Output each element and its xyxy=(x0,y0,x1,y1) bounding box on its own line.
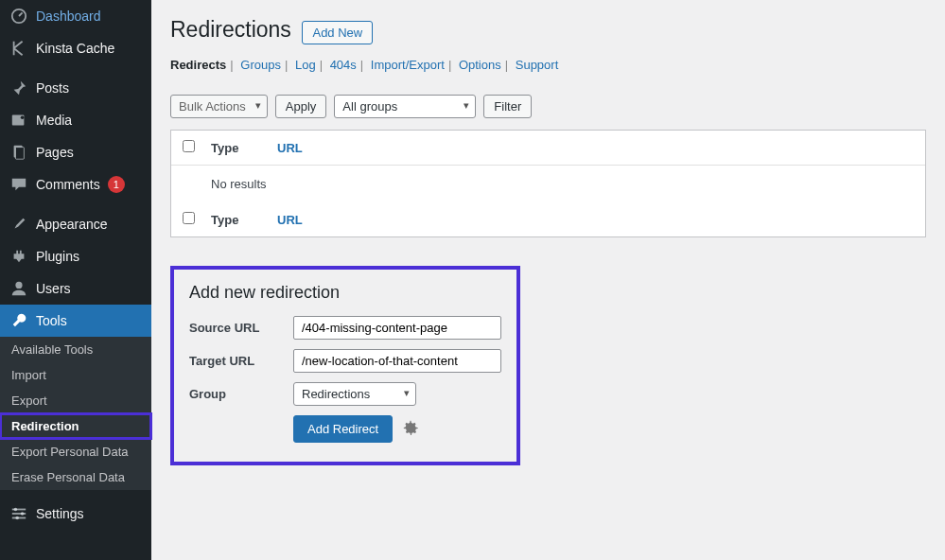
group-select[interactable]: Redirections xyxy=(293,382,416,406)
comment-icon xyxy=(9,176,28,193)
group-label: Group xyxy=(189,387,293,401)
main-content: Redirections Add New Redirects| Groups| … xyxy=(151,0,945,560)
settings-icon xyxy=(9,505,28,522)
table-header: Type URL xyxy=(171,131,925,166)
col-type-f: Type xyxy=(211,213,277,227)
subnav-groups[interactable]: Groups xyxy=(240,58,281,72)
media-icon xyxy=(9,112,28,129)
sidebar-item-media[interactable]: Media xyxy=(0,104,151,136)
sidebar-item-users[interactable]: Users xyxy=(0,272,151,305)
pin-icon xyxy=(9,79,28,96)
svg-point-5 xyxy=(15,282,22,289)
sidebar-item-label: Kinsta Cache xyxy=(36,41,114,56)
sidebar-item-dashboard[interactable]: Dashboard xyxy=(0,0,151,32)
sidebar-item-label: Plugins xyxy=(36,249,79,264)
gear-icon[interactable] xyxy=(402,419,419,439)
sub-redirection[interactable]: Redirection xyxy=(0,413,151,439)
sidebar-item-label: Tools xyxy=(36,313,67,328)
select-all-checkbox-foot[interactable] xyxy=(183,212,195,224)
target-url-label: Target URL xyxy=(189,354,293,368)
user-icon xyxy=(9,280,28,297)
svg-point-11 xyxy=(15,516,19,520)
filter-button[interactable]: Filter xyxy=(483,95,532,118)
sub-available-tools[interactable]: Available Tools xyxy=(0,337,151,362)
sub-export[interactable]: Export xyxy=(0,388,151,413)
target-url-input[interactable] xyxy=(293,349,501,373)
sub-nav: Redirects| Groups| Log| 404s| Import/Exp… xyxy=(170,58,926,72)
comments-badge: 1 xyxy=(108,176,125,193)
sidebar-item-label: Dashboard xyxy=(36,9,101,24)
add-redirect-form: Add new redirection Source URL Target UR… xyxy=(170,266,520,465)
sidebar-item-label: Users xyxy=(36,281,71,296)
sidebar-item-plugins[interactable]: Plugins xyxy=(0,240,151,272)
no-results-row: No results xyxy=(171,166,925,202)
table-toolbar: Bulk Actions Apply All groups Filter xyxy=(170,95,926,118)
sidebar-item-label: Appearance xyxy=(36,217,108,232)
subnav-support[interactable]: Support xyxy=(516,58,559,72)
sidebar-item-posts[interactable]: Posts xyxy=(0,72,151,104)
sub-export-personal[interactable]: Export Personal Data xyxy=(0,439,151,464)
pages-icon xyxy=(9,144,28,161)
col-url-f[interactable]: URL xyxy=(277,213,303,227)
col-url[interactable]: URL xyxy=(277,141,303,155)
groups-filter-select[interactable]: All groups xyxy=(334,95,476,118)
svg-point-10 xyxy=(21,512,25,516)
sidebar-item-comments[interactable]: Comments 1 xyxy=(0,168,151,201)
select-all-checkbox[interactable] xyxy=(183,140,195,152)
sidebar-item-label: Pages xyxy=(36,145,74,160)
svg-rect-4 xyxy=(15,148,24,160)
brush-icon xyxy=(9,216,28,233)
col-type: Type xyxy=(211,141,277,155)
sidebar-item-appearance[interactable]: Appearance xyxy=(0,208,151,240)
svg-point-9 xyxy=(14,508,18,512)
sidebar-item-label: Posts xyxy=(36,80,69,96)
redirects-table: Type URL No results Type URL xyxy=(170,130,926,237)
kinsta-icon xyxy=(9,40,28,57)
sidebar-item-label: Media xyxy=(36,113,72,128)
subnav-log[interactable]: Log xyxy=(295,58,316,72)
add-redirect-button[interactable]: Add Redirect xyxy=(293,415,393,443)
sidebar-item-label: Settings xyxy=(36,506,84,521)
wrench-icon xyxy=(9,312,28,329)
sidebar-item-settings[interactable]: Settings xyxy=(0,498,151,530)
tools-submenu: Available Tools Import Export Redirectio… xyxy=(0,337,151,490)
dashboard-icon xyxy=(9,8,28,25)
sidebar-item-pages[interactable]: Pages xyxy=(0,136,151,168)
sidebar-item-tools[interactable]: Tools xyxy=(0,305,151,337)
sub-erase-personal[interactable]: Erase Personal Data xyxy=(0,464,151,490)
sidebar-item-label: Comments xyxy=(36,177,100,192)
plugin-icon xyxy=(9,248,28,265)
sidebar-item-kinsta[interactable]: Kinsta Cache xyxy=(0,32,151,64)
table-footer: Type URL xyxy=(171,202,925,236)
page-title: Redirections xyxy=(170,17,291,43)
apply-button[interactable]: Apply xyxy=(275,95,327,118)
form-heading: Add new redirection xyxy=(189,283,501,303)
source-url-label: Source URL xyxy=(189,321,293,335)
subnav-redirects[interactable]: Redirects xyxy=(170,58,226,72)
source-url-input[interactable] xyxy=(293,316,501,340)
subnav-import[interactable]: Import/Export xyxy=(371,58,445,72)
add-new-button[interactable]: Add New xyxy=(302,21,373,44)
bulk-actions-select[interactable]: Bulk Actions xyxy=(170,95,268,118)
admin-sidebar: Dashboard Kinsta Cache Posts Media Pages… xyxy=(0,0,151,560)
svg-point-2 xyxy=(21,116,25,120)
sub-import[interactable]: Import xyxy=(0,362,151,388)
subnav-404s[interactable]: 404s xyxy=(330,58,357,72)
subnav-options[interactable]: Options xyxy=(459,58,501,72)
